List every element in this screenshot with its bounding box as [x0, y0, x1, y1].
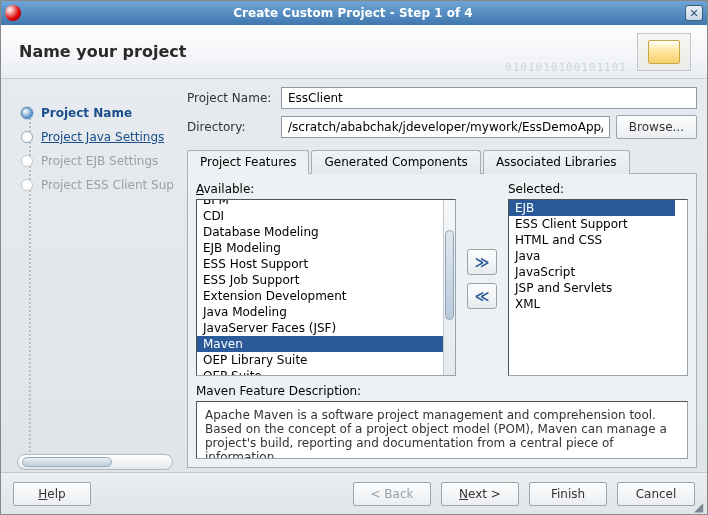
list-item[interactable]: XML — [509, 296, 675, 312]
list-item[interactable]: OEP Library Suite — [197, 352, 443, 368]
project-name-input[interactable] — [281, 87, 697, 109]
list-item[interactable]: ESS Job Support — [197, 272, 443, 288]
list-item[interactable]: JSP and Servlets — [509, 280, 675, 296]
shuttle-panel: Available: BPMCDIDatabase ModelingEJB Mo… — [196, 182, 688, 376]
list-item[interactable]: EJB Modeling — [197, 240, 443, 256]
finish-button[interactable]: Finish — [529, 482, 607, 506]
feature-description-label: Maven Feature Description: — [196, 384, 688, 398]
list-item[interactable]: CDI — [197, 208, 443, 224]
tab-generated-components[interactable]: Generated Components — [311, 150, 480, 174]
step-label: Project EJB Settings — [41, 154, 158, 168]
step-bullet-icon — [21, 131, 33, 143]
wizard-footer: Help < Back Next > Finish Cancel — [1, 472, 707, 514]
project-name-label: Project Name: — [187, 91, 275, 105]
step-ess-client-support: Project ESS Client Sup — [11, 173, 179, 197]
step-label: Project ESS Client Sup — [41, 178, 174, 192]
chevron-left-icon: ≪ — [475, 288, 490, 304]
browse-button[interactable]: Browse... — [616, 115, 697, 139]
selected-column: Selected: EJBESS Client SupportHTML and … — [508, 182, 688, 376]
help-button[interactable]: Help — [13, 482, 91, 506]
nav-horizontal-scrollbar[interactable] — [17, 454, 173, 470]
selected-listbox[interactable]: EJBESS Client SupportHTML and CSSJavaJav… — [508, 199, 688, 376]
list-item[interactable]: EJB — [509, 200, 675, 216]
step-bullet-icon — [21, 107, 33, 119]
chevron-right-icon: ≫ — [475, 254, 490, 270]
app-logo-icon — [5, 5, 21, 21]
feature-tabs: Project Features Generated Components As… — [187, 149, 697, 174]
wizard-body: Project Name Project Java Settings Proje… — [1, 79, 707, 472]
folder-icon — [637, 33, 691, 71]
scrollbar-thumb[interactable] — [22, 457, 112, 467]
available-listbox[interactable]: BPMCDIDatabase ModelingEJB ModelingESS H… — [196, 199, 456, 376]
tab-project-features[interactable]: Project Features — [187, 150, 309, 174]
move-right-button[interactable]: ≫ — [467, 249, 497, 275]
step-label: Project Name — [41, 106, 132, 120]
scrollbar-thumb[interactable] — [445, 230, 454, 320]
available-label: Available: — [196, 182, 456, 196]
tab-content: Available: BPMCDIDatabase ModelingEJB Mo… — [187, 174, 697, 468]
window-title: Create Custom Project - Step 1 of 4 — [21, 6, 685, 20]
selected-label: Selected: — [508, 182, 688, 196]
step-ejb-settings: Project EJB Settings — [11, 149, 179, 173]
list-item[interactable]: Java Modeling — [197, 304, 443, 320]
list-item[interactable]: BPM — [197, 199, 443, 208]
tab-associated-libraries[interactable]: Associated Libraries — [483, 150, 630, 174]
available-scrollbar[interactable] — [443, 200, 455, 375]
list-item[interactable]: Database Modeling — [197, 224, 443, 240]
available-column: Available: BPMCDIDatabase ModelingEJB Mo… — [196, 182, 456, 376]
list-item[interactable]: Maven — [197, 336, 443, 352]
feature-description-text: Apache Maven is a software project manag… — [196, 401, 688, 459]
back-button[interactable]: < Back — [353, 482, 431, 506]
step-label: Project Java Settings — [41, 130, 164, 144]
directory-label: Directory: — [187, 120, 275, 134]
list-item[interactable]: ESS Host Support — [197, 256, 443, 272]
next-button[interactable]: Next > — [441, 482, 519, 506]
step-bullet-icon — [21, 179, 33, 191]
list-item[interactable]: Extension Development — [197, 288, 443, 304]
main-form: Project Name: Directory: Browse... Proje… — [187, 87, 697, 468]
page-title: Name your project — [19, 42, 186, 61]
step-project-name[interactable]: Project Name — [11, 101, 179, 125]
close-icon[interactable]: ✕ — [685, 5, 703, 21]
step-bullet-icon — [21, 155, 33, 167]
cancel-button[interactable]: Cancel — [617, 482, 695, 506]
list-item[interactable]: JavaScript — [509, 264, 675, 280]
list-item[interactable]: HTML and CSS — [509, 232, 675, 248]
resize-grip-icon[interactable]: ◢ — [694, 501, 706, 513]
list-item[interactable]: JavaServer Faces (JSF) — [197, 320, 443, 336]
list-item[interactable]: ESS Client Support — [509, 216, 675, 232]
shuttle-buttons: ≫ ≪ — [464, 182, 500, 376]
step-java-settings[interactable]: Project Java Settings — [11, 125, 179, 149]
list-item[interactable]: Java — [509, 248, 675, 264]
list-item[interactable]: OEP Suite — [197, 368, 443, 375]
directory-input[interactable] — [281, 116, 610, 138]
header-decoration: 0101010100101101 — [505, 61, 627, 74]
titlebar: Create Custom Project - Step 1 of 4 ✕ — [1, 1, 707, 25]
move-left-button[interactable]: ≪ — [467, 283, 497, 309]
wizard-steps-nav: Project Name Project Java Settings Proje… — [11, 87, 179, 468]
wizard-header: Name your project 0101010100101101 — [1, 25, 707, 79]
